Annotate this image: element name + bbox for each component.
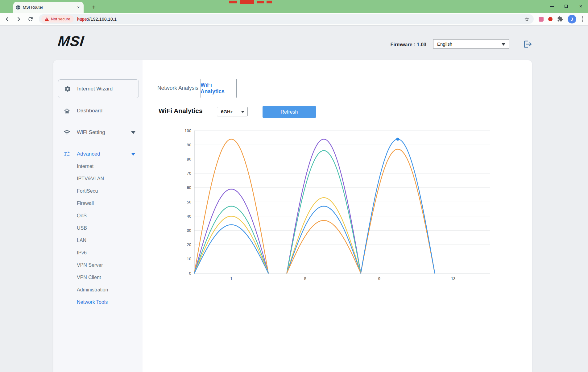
back-arrow-icon — [4, 16, 10, 23]
band-selected-value: 6GHz — [221, 109, 233, 114]
tab-close-icon[interactable]: × — [76, 5, 81, 10]
svg-text:13: 13 — [451, 276, 455, 281]
tab-title: MSI Router — [23, 5, 73, 10]
svg-text:1: 1 — [230, 276, 232, 281]
sidebar-item-label: Internet Wizard — [77, 86, 113, 92]
window-controls: × — [545, 0, 588, 13]
screen-artifact — [257, 1, 264, 3]
sidebar-subitem-qos[interactable]: QoS — [77, 210, 87, 222]
extensions-row: J — [539, 15, 585, 23]
sliders-icon — [64, 151, 70, 157]
svg-text:100: 100 — [184, 128, 191, 133]
window-maximize-button[interactable] — [559, 0, 574, 13]
browser-titlebar: MSI Router × + × — [0, 0, 588, 13]
logout-icon[interactable] — [523, 40, 532, 49]
wifi-icon — [64, 129, 70, 136]
sidebar-subitem-internet[interactable]: Internet — [77, 160, 93, 173]
svg-text:0: 0 — [189, 271, 191, 276]
chevron-down-icon — [502, 43, 505, 46]
screen-artifact — [267, 1, 272, 3]
screen-artifact — [229, 1, 237, 3]
svg-text:90: 90 — [187, 143, 191, 147]
sidebar-item-internet-wizard[interactable]: Internet Wizard — [58, 79, 139, 98]
sidebar: Internet Wizard Dashboard WiFi Setting — [53, 60, 143, 372]
back-button[interactable] — [2, 15, 12, 24]
wifi-analytics-chart: 010203040506070809010015913 — [179, 128, 500, 284]
refresh-button[interactable]: Refresh — [263, 106, 316, 118]
tab-separator — [236, 79, 237, 98]
sidebar-subitem-ipv6[interactable]: IPv6 — [77, 247, 87, 259]
sidebar-subitem-fortisecu[interactable]: FortiSecu — [77, 185, 98, 197]
sidebar-item-label: Dashboard — [77, 108, 102, 114]
browser-toolbar: ! Not secure https://192.168.10.1 J — [0, 13, 588, 26]
forward-arrow-icon — [15, 16, 22, 23]
extension-record-icon[interactable] — [548, 17, 553, 21]
sidebar-subitem-network-tools[interactable]: Network Tools — [77, 296, 108, 308]
close-icon: × — [579, 4, 582, 9]
svg-text:5: 5 — [304, 276, 306, 281]
svg-text:10: 10 — [187, 257, 191, 261]
band-select[interactable]: 6GHz — [217, 107, 248, 116]
url-text: https://192.168.10.1 — [77, 17, 117, 22]
reload-button[interactable] — [26, 15, 35, 24]
security-chip[interactable]: ! Not secure — [41, 15, 74, 23]
sidebar-item-advanced[interactable]: Advanced — [53, 147, 143, 161]
window-minimize-button[interactable] — [545, 0, 559, 13]
url-host: ://192.168.10.1 — [87, 17, 117, 22]
firmware-version-label: Firmware : 1.03 — [358, 42, 426, 48]
browser-tab[interactable]: MSI Router × — [13, 2, 84, 13]
url-scheme: https — [77, 17, 87, 22]
browser-window: MSI Router × + × ! No — [0, 0, 588, 372]
page-title: WiFi Analytics — [159, 107, 203, 115]
maximize-icon — [565, 5, 568, 8]
svg-text:40: 40 — [187, 214, 191, 219]
security-label: Not secure — [51, 17, 70, 21]
chevron-down-icon — [131, 131, 135, 134]
window-close-button[interactable]: × — [574, 0, 588, 13]
svg-text:20: 20 — [187, 242, 191, 247]
minimize-icon — [550, 6, 554, 7]
sidebar-subitem-administration[interactable]: Administration — [77, 284, 108, 296]
sidebar-subitem-vpn-server[interactable]: VPN Server — [77, 259, 103, 271]
bookmark-star-icon[interactable] — [524, 16, 530, 22]
svg-text:60: 60 — [187, 185, 191, 190]
sidebar-item-wifi-setting[interactable]: WiFi Setting — [53, 126, 143, 139]
browser-menu-kebab-icon[interactable] — [581, 15, 585, 23]
language-selected-value: English — [437, 41, 452, 47]
sidebar-subitem-usb[interactable]: USB — [77, 222, 87, 234]
sidebar-subitem-firewall[interactable]: Firewall — [77, 197, 94, 210]
new-tab-button[interactable]: + — [89, 3, 98, 11]
gear-icon — [64, 86, 71, 92]
sidebar-item-dashboard[interactable]: Dashboard — [53, 104, 143, 118]
svg-text:30: 30 — [187, 228, 191, 233]
svg-text:80: 80 — [187, 157, 191, 161]
profile-avatar[interactable]: J — [568, 15, 576, 23]
address-bar[interactable]: ! Not secure https://192.168.10.1 — [39, 14, 534, 24]
tab-network-analysis[interactable]: Network Analysis — [155, 79, 201, 98]
sidebar-subitem-vpn-client[interactable]: VPN Client — [77, 271, 101, 284]
msi-logo: MSI — [57, 33, 85, 49]
not-secure-warning-icon: ! — [45, 17, 49, 21]
language-select[interactable]: English — [433, 39, 509, 49]
screen-artifact — [240, 0, 254, 4]
chevron-down-icon — [241, 111, 245, 113]
reload-icon — [27, 16, 34, 22]
sidebar-item-label: WiFi Setting — [77, 129, 105, 136]
tab-favicon-globe-icon — [16, 5, 21, 10]
svg-text:50: 50 — [187, 200, 191, 204]
sidebar-item-label: Advanced — [77, 151, 100, 157]
tab-wifi-analytics[interactable]: WiFi Analytics — [201, 79, 236, 98]
home-icon — [64, 107, 70, 114]
forward-button[interactable] — [14, 15, 23, 24]
svg-text:70: 70 — [187, 171, 191, 176]
extension-pink-icon[interactable] — [539, 17, 544, 22]
chevron-down-icon — [131, 153, 135, 156]
main-card: Internet Wizard Dashboard WiFi Setting — [53, 60, 532, 372]
svg-text:9: 9 — [378, 276, 380, 281]
sidebar-subitem-lan[interactable]: LAN — [77, 234, 86, 247]
extensions-puzzle-icon[interactable] — [557, 16, 563, 22]
sidebar-subitem-iptv-vlan[interactable]: IPTV&VLAN — [77, 173, 104, 185]
